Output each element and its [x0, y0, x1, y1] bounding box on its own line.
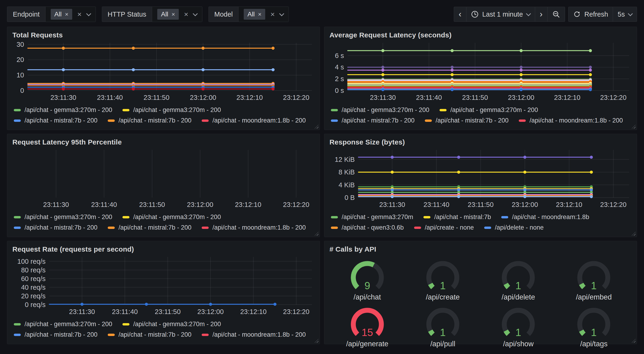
svg-text:8 KiB: 8 KiB: [338, 168, 355, 176]
panel-resize-handle[interactable]: [314, 232, 318, 236]
legend-item[interactable]: /api/create - none: [414, 224, 474, 231]
panel-resize-handle[interactable]: [314, 339, 318, 343]
legend-item[interactable]: /api/chat - mistral:7b - 200: [108, 117, 192, 124]
filter-endpoint-value[interactable]: All × ×: [46, 7, 96, 22]
filter-clear-icon[interactable]: ×: [184, 11, 188, 18]
time-shift-forward-button[interactable]: ›: [535, 7, 548, 22]
panel-resize-handle[interactable]: [314, 125, 318, 129]
legend-item[interactable]: /api/chat - gemma3:270m - 200: [14, 106, 112, 114]
panel-resize-handle[interactable]: [632, 125, 636, 129]
legend-item[interactable]: /api/chat - gemma3:270m: [331, 213, 413, 221]
legend-item[interactable]: /api/chat - mistral:7b: [424, 213, 491, 221]
timeseries-plot[interactable]: 302010023:11:3023:11:4023:11:5023:12:002…: [12, 41, 314, 103]
legend-item[interactable]: /api/delete - none: [484, 224, 544, 231]
legend-swatch: [501, 216, 508, 218]
legend-item[interactable]: /api/chat - mistral:7b - 200: [14, 224, 98, 231]
refresh-button[interactable]: Refresh: [568, 7, 613, 22]
chevron-down-icon[interactable]: [86, 11, 91, 16]
refresh-interval-picker[interactable]: 5s: [613, 7, 637, 22]
filter-http-status-value[interactable]: All × ×: [152, 7, 202, 22]
legend-item[interactable]: /api/chat - moondream:1.8b - 200: [202, 117, 306, 124]
gauge-api-show[interactable]: 1/api/show: [481, 305, 556, 348]
legend-label: /api/chat - gemma3:270m - 200: [133, 213, 221, 221]
legend-row: /api/chat - gemma3:270m/api/chat - mistr…: [331, 213, 632, 221]
timeseries-plot[interactable]: 23:11:3023:11:4023:11:5023:12:0023:12:10…: [12, 148, 314, 210]
panel-title[interactable]: Average Request Latency (seconds): [330, 31, 632, 39]
gauge-api-create[interactable]: 1/api/create: [405, 258, 480, 301]
gauge-api-delete[interactable]: 1/api/delete: [481, 258, 556, 301]
legend-item[interactable]: /api/chat - qwen3:0.6b: [331, 224, 404, 231]
legend-item[interactable]: /api/chat - gemma3:270m - 200: [14, 320, 112, 328]
gauge-label: /api/embed: [576, 293, 612, 301]
legend-item[interactable]: /api/chat - gemma3:270m - 200: [122, 213, 221, 221]
legend-item[interactable]: /api/chat - mistral:7b - 200: [425, 117, 508, 124]
legend-label: /api/chat - gemma3:270m - 200: [342, 106, 429, 114]
chip-remove-icon[interactable]: ×: [258, 11, 262, 17]
svg-text:23:12:20: 23:12:20: [283, 308, 310, 315]
filter-model-value[interactable]: All × ×: [238, 7, 288, 22]
legend-row: /api/chat - gemma3:270m - 200/api/chat -…: [331, 106, 632, 114]
filter-clear-icon[interactable]: ×: [270, 11, 275, 18]
legend-label: /api/create - none: [425, 224, 474, 231]
chip-remove-icon[interactable]: ×: [65, 11, 68, 17]
legend-item[interactable]: /api/chat - gemma3:270m - 200: [14, 213, 112, 221]
svg-text:23:11:40: 23:11:40: [97, 94, 123, 101]
gauge-api-generate[interactable]: 15/api/generate: [330, 305, 405, 348]
svg-text:23:12:00: 23:12:00: [190, 94, 216, 101]
gauge-api-tags[interactable]: 1/api/tags: [556, 305, 632, 348]
svg-text:23:11:50: 23:11:50: [155, 308, 181, 315]
legend-item[interactable]: /api/chat - gemma3:270m - 200: [331, 106, 429, 114]
time-range-picker[interactable]: Last 1 minute: [466, 7, 535, 22]
timeseries-plot[interactable]: 6 s4 s2 s0 s23:11:3023:11:4023:11:5023:1…: [330, 41, 631, 103]
legend-item[interactable]: /api/chat - gemma3:270m - 200: [122, 106, 221, 114]
legend-item[interactable]: /api/chat - mistral:7b - 200: [14, 331, 98, 338]
legend-item[interactable]: /api/chat - mistral:7b - 200: [14, 117, 98, 124]
filter-endpoint-chip[interactable]: All ×: [51, 9, 72, 20]
filter-model: Model All × ×: [208, 7, 289, 22]
panel-title[interactable]: Total Requests: [12, 31, 314, 39]
clock-icon: [471, 11, 478, 18]
filter-model-chip[interactable]: All ×: [244, 9, 265, 20]
panel-resize-handle[interactable]: [632, 339, 636, 343]
chip-remove-icon[interactable]: ×: [172, 11, 175, 17]
legend-item[interactable]: /api/chat - moondream:1.8b: [501, 213, 589, 221]
chevron-down-icon: [628, 11, 633, 16]
legend-item[interactable]: /api/chat - gemma3:270m - 200: [440, 106, 538, 114]
time-zoom-out-button[interactable]: [547, 7, 565, 22]
legend-label: /api/chat - qwen3:0.6b: [342, 224, 404, 231]
svg-text:0: 0: [20, 87, 24, 94]
time-range-group: ‹ Last 1 minute ›: [454, 7, 565, 22]
panel-title[interactable]: Request Rate (requests per second): [12, 245, 314, 253]
panel-request-latency-95th: Request Latency 95th Percentile 23:11:30…: [7, 134, 320, 237]
svg-text:0 B: 0 B: [344, 194, 355, 201]
filter-clear-icon[interactable]: ×: [77, 11, 82, 18]
legend-item[interactable]: /api/chat - mistral:7b - 200: [108, 224, 192, 231]
svg-text:12 KiB: 12 KiB: [335, 156, 355, 163]
time-shift-back-button[interactable]: ‹: [454, 7, 466, 22]
timeseries-plot[interactable]: 100 req/s80 req/s60 req/s40 req/s20 req/…: [12, 255, 314, 317]
legend-item[interactable]: /api/chat - moondream:1.8b - 200: [202, 224, 306, 231]
panel-resize-handle[interactable]: [632, 232, 636, 236]
legend-row: /api/chat - mistral:7b - 200/api/chat - …: [14, 331, 314, 338]
svg-text:15: 15: [362, 327, 373, 338]
legend-item[interactable]: /api/chat - mistral:7b - 200: [108, 331, 192, 338]
legend-item[interactable]: /api/chat - mistral:7b - 200: [331, 117, 414, 124]
gauge-api-pull[interactable]: 1/api/pull: [405, 305, 480, 348]
panel-title[interactable]: Response Size (bytes): [330, 138, 632, 146]
timeseries-plot[interactable]: 12 KiB8 KiB4 KiB0 B23:11:3023:11:4023:11…: [330, 148, 631, 210]
legend-swatch: [202, 334, 209, 336]
filter-http-status-chip[interactable]: All ×: [157, 9, 179, 20]
legend-item[interactable]: /api/chat - gemma3:270m - 200: [122, 320, 221, 328]
svg-text:23:12:00: 23:12:00: [187, 201, 213, 208]
panel-title[interactable]: Request Latency 95th Percentile: [12, 138, 314, 146]
filter-endpoint-label: Endpoint: [7, 7, 46, 22]
gauge-api-embed[interactable]: 1/api/embed: [556, 258, 632, 301]
refresh-group: Refresh 5s: [568, 7, 637, 22]
chevron-down-icon[interactable]: [279, 11, 284, 16]
legend-item[interactable]: /api/chat - moondream:1.8b - 200: [202, 331, 306, 338]
chevron-down-icon[interactable]: [193, 11, 198, 16]
legend-item[interactable]: /api/chat - moondream:1.8b - 200: [519, 117, 623, 124]
panel-title[interactable]: # Calls by API: [330, 245, 632, 253]
legend-row: /api/chat - qwen3:0.6b/api/create - none…: [331, 224, 632, 231]
gauge-api-chat[interactable]: 9/api/chat: [330, 258, 405, 301]
